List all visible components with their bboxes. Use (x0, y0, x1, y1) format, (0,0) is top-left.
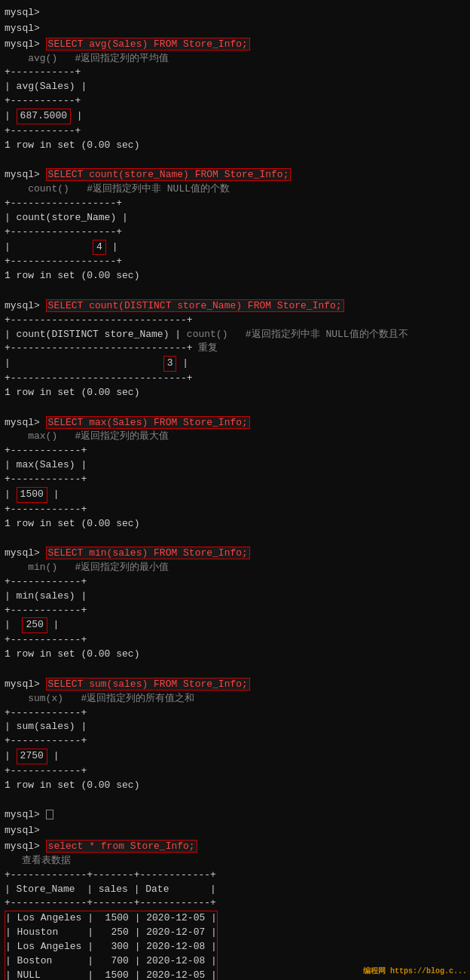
sum-value-row: | 2750 | (5, 749, 465, 764)
count-sep1: +------------------+ (5, 197, 465, 211)
empty-prompt-3: mysql> (5, 808, 465, 822)
avg-comment: avg() #返回指定列的平均值 (5, 53, 169, 64)
min-value: 250 (22, 617, 47, 633)
select-all-command: select * from Store_Info; (46, 840, 197, 853)
select-all-section: mysql> select * from Store_Info; 查看表数据 +… (5, 840, 465, 980)
max-comment: max() #返回指定列的最大值 (5, 430, 169, 442)
avg-rowinfo: 1 row in set (0.00 sec) (5, 139, 465, 153)
prompt: mysql> (5, 7, 40, 18)
min-section: mysql> SELECT min(sales) FROM Store_Info… (5, 547, 465, 662)
select-all-sep2: +-------------+-------+------------+ (5, 896, 465, 911)
max-value-row: | 1500 | (5, 487, 465, 503)
count-distinct-comment: count() #返回指定列中非 NULL值的个数且不 (187, 329, 408, 340)
prompt-max: mysql> (5, 417, 46, 428)
prompt-count-distinct: mysql> (5, 300, 46, 311)
min-rowinfo: 1 row in set (0.00 sec) (5, 648, 465, 662)
prompt: mysql> (5, 825, 46, 836)
avg-sep3: +-----------+ (5, 124, 465, 139)
count-distinct-header-row: | count(DISTINCT store_Name) | count() #… (5, 328, 465, 342)
table-row-1: | Los Angeles | 1500 | 2020-12-05 | (5, 911, 217, 926)
min-sep3: +------------+ (5, 633, 465, 648)
sum-command: SELECT sum(sales) FROM Store_Info; (46, 678, 250, 691)
sum-value: 2750 (17, 749, 47, 764)
avg-sep1: +-----------+ (5, 66, 465, 80)
max-header: | max(Sales) | (5, 458, 465, 473)
min-header: | min(sales) | (5, 590, 465, 604)
watermark-url: https://blog.c... (390, 967, 467, 975)
sum-rowinfo: 1 row in set (0.00 sec) (5, 779, 465, 793)
count-distinct-rowinfo: 1 row in set (0.00 sec) (5, 386, 465, 400)
count-value-row: | 4 | (5, 240, 465, 256)
watermark-brand: 编程网 (363, 967, 386, 975)
max-section: mysql> SELECT max(Sales) FROM Store_Info… (5, 416, 465, 531)
prompt-sum: mysql> (5, 678, 46, 690)
count-sep2: +------------------+ (5, 225, 465, 240)
empty-cursor-box (46, 810, 53, 819)
count-header: | count(store_Name) | (5, 211, 465, 225)
prompt-count: mysql> (5, 169, 46, 180)
avg-section: mysql> SELECT avg(Sales) FROM Store_Info… (5, 38, 465, 153)
max-rowinfo: 1 row in set (0.00 sec) (5, 517, 465, 531)
prompt-avg: mysql> (5, 38, 46, 50)
count-section: mysql> SELECT count(store_Name) FROM Sto… (5, 168, 465, 283)
max-sep3: +------------+ (5, 503, 465, 517)
count-value: 4 (93, 240, 106, 256)
select-all-header: | Store_Name | sales | Date | (5, 883, 465, 897)
min-command: SELECT min(sales) FROM Store_Info; (46, 547, 250, 559)
terminal: mysql> mysql> mysql> SELECT avg(Sales) F… (5, 6, 465, 980)
sum-sep3: +------------+ (5, 764, 465, 779)
sum-header: | sum(sales) | (5, 720, 465, 734)
max-sep1: +------------+ (5, 444, 465, 458)
avg-value-row: | 687.5000 | (5, 109, 465, 124)
min-sep2: +------------+ (5, 604, 465, 618)
watermark: 编程网 https://blog.c... (363, 966, 467, 978)
count-distinct-value: 3 (163, 356, 177, 372)
empty-prompt-1: mysql> (5, 6, 465, 20)
prompt-min: mysql> (5, 547, 46, 559)
max-command: SELECT max(Sales) FROM Store_Info; (46, 416, 250, 429)
table-row-4: | Boston | 700 | 2020-12-08 | (5, 954, 217, 969)
min-sep1: +------------+ (5, 575, 465, 590)
avg-value: 687.5000 (17, 109, 71, 124)
table-row-3: | Los Angeles | 300 | 2020-12-08 | (5, 940, 217, 954)
select-all-comment: 查看表数据 (5, 855, 71, 866)
min-comment: min() #返回指定列的最小值 (5, 562, 169, 573)
avg-sep2: +-----------+ (5, 94, 465, 109)
count-sep3: +------------------+ (5, 255, 465, 269)
min-value-row: | 250 | (5, 617, 465, 633)
avg-header: | avg(Sales) | (5, 80, 465, 94)
count-distinct-sep3: +------------------------------+ (5, 372, 465, 386)
prompt: mysql> (5, 23, 40, 34)
sum-section: mysql> SELECT sum(sales) FROM Store_Info… (5, 678, 465, 793)
table-row-5: | NULL | 1500 | 2020-12-05 | (5, 969, 217, 980)
count-distinct-sep1: +------------------------------+ (5, 314, 465, 328)
select-all-sep1: +-------------+-------+------------+ (5, 868, 465, 883)
count-comment: count() #返回指定列中非 NULL值的个数 (5, 183, 230, 194)
prompt-select-all: mysql> (5, 841, 46, 852)
store-data-rows: | Los Angeles | 1500 | 2020-12-05 | | Ho… (5, 911, 218, 980)
prompt: mysql> (5, 809, 46, 820)
avg-command: SELECT avg(Sales) FROM Store_Info; (46, 38, 250, 51)
max-sep2: +------------+ (5, 473, 465, 487)
sum-sep1: +------------+ (5, 706, 465, 721)
sum-comment: sum(x) #返回指定列的所有值之和 (5, 693, 194, 704)
table-row-2: | Houston | 250 | 2020-12-07 | (5, 926, 217, 940)
count-distinct-command: SELECT count(DISTINCT store_Name) FROM S… (46, 299, 344, 312)
empty-prompt-4: mysql> (5, 824, 465, 838)
sum-sep2: +------------+ (5, 734, 465, 749)
count-distinct-value-row: | 3 | (5, 356, 465, 372)
max-value: 1500 (17, 487, 47, 503)
count-distinct-section: mysql> SELECT count(DISTINCT store_Name)… (5, 299, 465, 400)
empty-prompt-2: mysql> (5, 22, 465, 36)
count-rowinfo: 1 row in set (0.00 sec) (5, 269, 465, 283)
count-distinct-comment2: +------------------------------+ 重复 (5, 341, 465, 356)
count-command: SELECT count(store_Name) FROM Store_Info… (46, 168, 291, 181)
